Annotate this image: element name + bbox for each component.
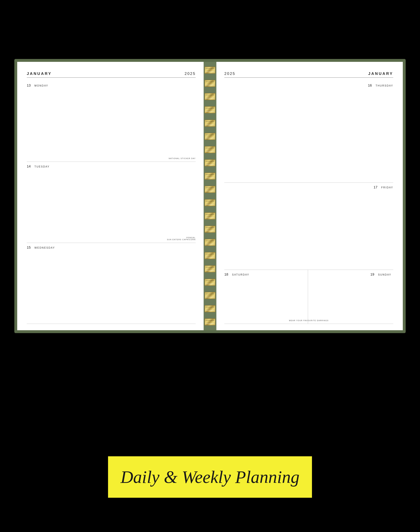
sunday-lines (310, 278, 391, 322)
weekend-section: 18 SATURDAY 19 SUNDAY WEAR YOUR FAVOURIT… (224, 270, 393, 324)
sunday-name: SUNDAY (378, 273, 391, 276)
thursday-header: 16 THURSDAY (224, 83, 393, 88)
day-section-saturday: 18 SATURDAY (224, 270, 308, 324)
wednesday-number: 15 (27, 245, 31, 250)
tuesday-name: TUESDAY (34, 165, 50, 168)
coil-14 (205, 239, 215, 246)
friday-number: 17 (374, 185, 378, 189)
bottom-banner: Daily & Weekly Planning (108, 456, 312, 498)
day-section-sunday: 19 SUNDAY (310, 270, 393, 324)
wednesday-name: WEDNESDAY (34, 246, 55, 249)
coil-12 (205, 213, 215, 219)
day-section-friday: 17 FRIDAY (224, 183, 393, 270)
right-page: 2025 JANUARY 16 THURSDAY 17 FRIDAY 18 (216, 62, 403, 330)
saturday-lines (224, 278, 306, 322)
monday-header: 13 MONDAY (27, 83, 196, 88)
coil-20 (205, 319, 215, 325)
coil-8 (205, 159, 215, 167)
friday-header: 17 FRIDAY (224, 185, 393, 189)
sunday-header: 19 SUNDAY (310, 272, 391, 276)
day-section-thursday: 16 THURSDAY (224, 81, 393, 183)
sunday-number: 19 (370, 272, 375, 276)
friday-name: FRIDAY (381, 186, 393, 189)
coil-18 (205, 292, 215, 299)
day-section-monday: 13 MONDAY NATIONAL STICKER DAY (27, 81, 196, 162)
coil-2 (205, 80, 215, 87)
coil-13 (205, 226, 215, 233)
coil-10 (205, 186, 215, 193)
coil-6 (205, 133, 215, 140)
left-page: JANUARY 2025 13 MONDAY NATIONAL STICKER … (17, 62, 204, 330)
thursday-number: 16 (368, 83, 373, 88)
coil-11 (205, 199, 215, 206)
left-year: 2025 (185, 71, 196, 76)
friday-lines (224, 191, 393, 268)
planner-spread: JANUARY 2025 13 MONDAY NATIONAL STICKER … (14, 59, 406, 333)
coil-19 (205, 305, 215, 312)
tuesday-header: 14 TUESDAY (27, 164, 196, 168)
day-section-tuesday: 14 TUESDAY PONGAL SUN ENTERS CAPRICORN (27, 162, 196, 243)
tuesday-number: 14 (27, 164, 31, 168)
banner-text: Daily & Weekly Planning (120, 467, 300, 487)
coil-5 (205, 120, 215, 127)
monday-name: MONDAY (34, 84, 48, 87)
left-month: JANUARY (27, 71, 52, 76)
saturday-number: 18 (224, 272, 229, 276)
monday-lines (27, 89, 196, 160)
coil-17 (205, 279, 215, 286)
coil-7 (205, 146, 215, 153)
saturday-header: 18 SATURDAY (224, 272, 306, 276)
tuesday-event: PONGAL SUN ENTERS CAPRICORN (167, 237, 196, 241)
right-month: JANUARY (368, 71, 393, 76)
monday-number: 13 (27, 83, 31, 88)
wednesday-header: 15 WEDNESDAY (27, 245, 196, 250)
coil-1 (205, 67, 215, 74)
coil-15 (205, 252, 215, 259)
tuesday-lines (27, 170, 196, 241)
right-year: 2025 (224, 71, 235, 76)
coil-3 (205, 93, 215, 100)
left-page-header: JANUARY 2025 (27, 71, 196, 78)
bottom-note: WEAR YOUR FAVOURITE EARRINGS (224, 319, 393, 321)
monday-event: NATIONAL STICKER DAY (169, 157, 196, 159)
spine (204, 62, 216, 330)
coil-4 (205, 106, 215, 113)
coil-16 (205, 265, 215, 272)
thursday-lines (224, 89, 393, 181)
right-page-header: 2025 JANUARY (224, 71, 393, 78)
coil-9 (205, 173, 215, 180)
day-section-wednesday: 15 WEDNESDAY (27, 243, 196, 324)
saturday-name: SATURDAY (232, 273, 249, 276)
thursday-name: THURSDAY (375, 84, 393, 87)
wednesday-lines (27, 251, 196, 322)
